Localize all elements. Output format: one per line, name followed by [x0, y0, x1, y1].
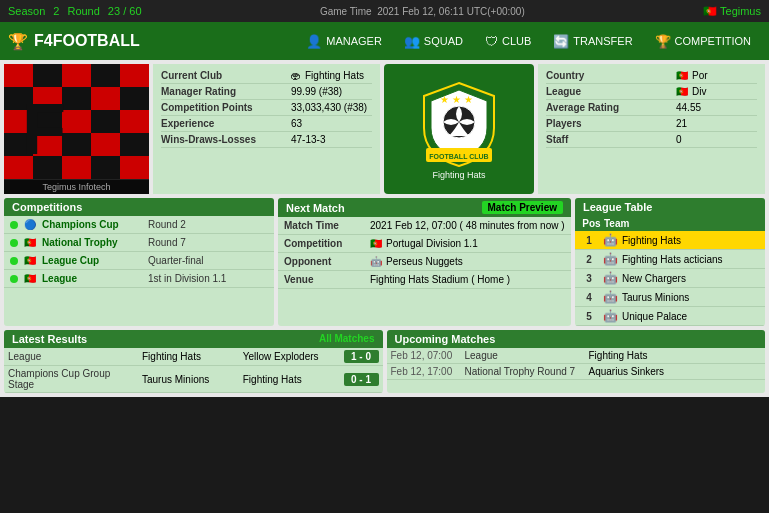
svg-rect-2 — [33, 64, 62, 87]
comp-name-4[interactable]: League — [42, 273, 142, 284]
comp-name-1[interactable]: Champions Cup — [42, 219, 142, 230]
gametime: Game Time 2021 Feb 12, 06:11 UTC(+00:00) — [320, 6, 525, 17]
lt-team-2[interactable]: Fighting Hats acticians — [622, 254, 761, 265]
lt-pos-5: 5 — [579, 311, 599, 322]
lt-icon-2: 🤖 — [603, 252, 618, 266]
match-competition-row: Competition 🇵🇹 Portugal Division 1.1 — [278, 235, 571, 253]
competition-points-value: 33,033,430 (#38) — [291, 102, 367, 113]
lt-team-3[interactable]: New Chargers — [622, 273, 761, 284]
lt-row-5: 5 🤖 Unique Palace — [575, 307, 765, 326]
comp-flag-4: 🇵🇹 — [24, 273, 36, 284]
avg-rating-label: Average Rating — [546, 102, 676, 113]
nav-club[interactable]: 🛡 CLUB — [475, 30, 541, 53]
result-away-1: Yellow Exploders — [243, 351, 340, 362]
up-team-2: Aquarius Sinkers — [589, 366, 762, 377]
club-icon-small: 🏟 — [291, 70, 301, 81]
season-label: Season — [8, 5, 45, 17]
manager-rating-label: Manager Rating — [161, 86, 291, 97]
profile-info: Current Club 🏟 Fighting Hats Manager Rat… — [153, 64, 380, 194]
comp-row-2: 🇵🇹 National Trophy Round 7 — [4, 234, 274, 252]
nav-transfer[interactable]: 🔄 TRANSFER — [543, 30, 642, 53]
staff-value: 0 — [676, 134, 682, 145]
svg-text:★: ★ — [452, 94, 461, 105]
up-time-1: Feb 12, 07:00 — [391, 350, 461, 361]
lt-icon-4: 🤖 — [603, 290, 618, 304]
result-away-2: Fighting Hats — [243, 374, 340, 385]
nav-manager-label: MANAGER — [326, 35, 382, 47]
comp-flag-3: 🇵🇹 — [24, 255, 36, 266]
lt-team-4[interactable]: Taurus Minions — [622, 292, 761, 303]
manager-name: Tegimus Infotech — [6, 182, 147, 192]
all-matches-link[interactable]: All Matches — [319, 333, 375, 345]
players-row: Players 21 — [546, 116, 757, 132]
lt-team-1[interactable]: Fighting Hats — [622, 235, 761, 246]
match-venue-row: Venue Fighting Hats Stadium ( Home ) — [278, 271, 571, 289]
svg-rect-8 — [62, 87, 91, 110]
match-time-label: Match Time — [284, 220, 364, 231]
lt-team-header: Team — [604, 218, 761, 229]
svg-rect-9 — [91, 87, 120, 110]
current-club-value: 🏟 Fighting Hats — [291, 70, 364, 81]
lt-pos-4: 4 — [579, 292, 599, 303]
svg-rect-19 — [91, 133, 120, 156]
nav-competition-label: COMPETITION — [675, 35, 751, 47]
country-flag: 🇵🇹 — [676, 70, 688, 81]
logo-text: F4FOOTBALL — [34, 32, 140, 50]
lt-pos-3: 3 — [579, 273, 599, 284]
svg-rect-24 — [91, 156, 120, 179]
svg-rect-25 — [120, 156, 149, 179]
result-comp-2: Champions Cup Group Stage — [8, 368, 138, 390]
league-table-panel: League Table Pos Team 1 🤖 Fighting Hats … — [575, 198, 765, 326]
league-flag: 🇵🇹 — [676, 86, 688, 97]
svg-rect-4 — [91, 64, 120, 87]
svg-rect-10 — [120, 87, 149, 110]
top-bar: Season 2 Round 23 / 60 Game Time 2021 Fe… — [0, 0, 769, 22]
match-preview-button[interactable]: Match Preview — [482, 201, 563, 214]
nav-manager[interactable]: 👤 MANAGER — [296, 30, 392, 53]
username: Tegimus — [720, 5, 761, 17]
comp-dot-2 — [10, 239, 18, 247]
match-time-row: Match Time 2021 Feb 12, 07:00 ( 48 minut… — [278, 217, 571, 235]
lt-pos-2: 2 — [579, 254, 599, 265]
club-logo: F Tegimus Infotech — [4, 64, 149, 194]
results-title: Latest Results — [12, 333, 87, 345]
club-label: Tegimus Infotech — [4, 180, 149, 194]
season-value: 2 — [53, 5, 59, 17]
transfer-icon: 🔄 — [553, 34, 569, 49]
result-comp-1: League — [8, 351, 138, 362]
lt-row-4: 4 🤖 Taurus Minions — [575, 288, 765, 307]
round-value: 23 / 60 — [108, 5, 142, 17]
result-home-1: Fighting Hats — [142, 351, 239, 362]
nav-squad[interactable]: 👥 SQUAD — [394, 30, 473, 53]
lt-row-1: 1 🤖 Fighting Hats — [575, 231, 765, 250]
comp-row-3: 🇵🇹 League Cup Quarter-final — [4, 252, 274, 270]
comp-dot-1 — [10, 221, 18, 229]
current-club-row: Current Club 🏟 Fighting Hats — [161, 68, 372, 84]
result-row-1: League Fighting Hats Yellow Exploders 1 … — [4, 348, 383, 366]
comp-row-1: 🔵 Champions Cup Round 2 — [4, 216, 274, 234]
club-badge: ★ ★ ★ FOOTBALL CLUB Fighting Hats — [384, 64, 534, 194]
match-time-value: 2021 Feb 12, 07:00 ( 48 minutes from now… — [370, 220, 565, 231]
opponent-icon: 🤖 — [370, 256, 382, 267]
comp-name-2[interactable]: National Trophy — [42, 237, 142, 248]
club-logo-svg: F — [4, 64, 149, 179]
nav-competition[interactable]: 🏆 COMPETITION — [645, 30, 761, 53]
comp-round-3: Quarter-final — [148, 255, 204, 266]
manager-rating-value: 99.99 (#38) — [291, 86, 342, 97]
nav-logo: 🏆 F4FOOTBALL — [8, 32, 140, 51]
svg-text:FOOTBALL CLUB: FOOTBALL CLUB — [429, 153, 488, 160]
comp-name-3[interactable]: League Cup — [42, 255, 142, 266]
league-label: League — [546, 86, 676, 97]
svg-rect-5 — [120, 64, 149, 87]
upcoming-row-2: Feb 12, 17:00 National Trophy Round 7 Aq… — [387, 364, 766, 380]
wdl-row: Wins-Draws-Losses 47-13-3 — [161, 132, 372, 148]
up-comp-1: League — [465, 350, 585, 361]
gametime-value: 2021 Feb 12, 06:11 UTC(+00:00) — [377, 6, 525, 17]
results-header: Latest Results All Matches — [4, 330, 383, 348]
country-row: Country 🇵🇹 Por — [546, 68, 757, 84]
lt-team-5[interactable]: Unique Palace — [622, 311, 761, 322]
match-opponent-label: Opponent — [284, 256, 364, 267]
club-icon: 🛡 — [485, 34, 498, 49]
squad-icon: 👥 — [404, 34, 420, 49]
badge-club-name: Fighting Hats — [432, 170, 485, 180]
